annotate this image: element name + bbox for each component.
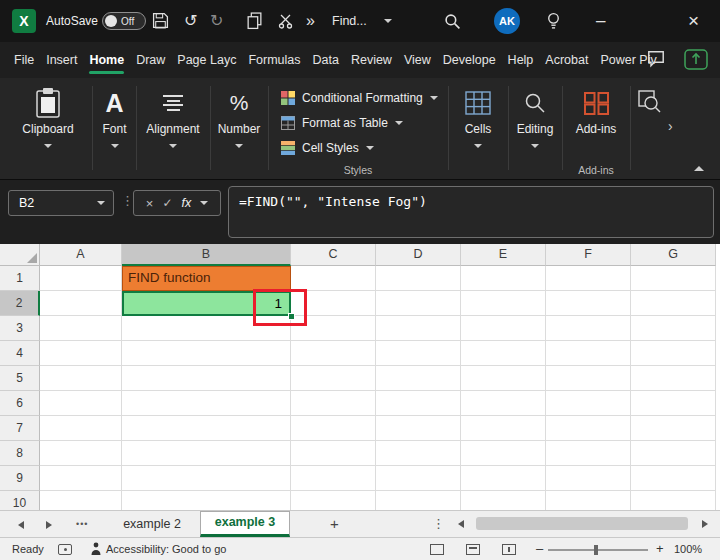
addins-group[interactable]: Add-ins Add-ins xyxy=(563,78,629,180)
minimize-button[interactable]: – xyxy=(596,0,605,42)
new-sheet-button[interactable]: + xyxy=(330,511,339,537)
column-header-d[interactable]: D xyxy=(376,244,461,266)
row-header-5[interactable]: 5 xyxy=(0,366,40,391)
share-icon[interactable] xyxy=(684,49,708,74)
row-header-7[interactable]: 7 xyxy=(0,416,40,441)
copy-icon[interactable] xyxy=(246,12,263,34)
scrollbar-thumb[interactable] xyxy=(476,517,688,530)
cell-b1[interactable]: FIND function xyxy=(122,266,291,291)
excel-logo-icon: X xyxy=(12,9,36,33)
collapse-ribbon-chevron-up-icon[interactable] xyxy=(694,166,704,171)
tab-acrobat[interactable]: Acrobat xyxy=(539,42,594,78)
tab-home[interactable]: Home xyxy=(83,42,130,78)
row-header-9[interactable]: 9 xyxy=(0,466,40,491)
search-icon[interactable] xyxy=(444,13,461,34)
find-dropdown[interactable]: Find... xyxy=(332,0,367,42)
row-header-2[interactable]: 2 xyxy=(0,291,40,316)
analyze-data-icon[interactable] xyxy=(638,90,662,118)
zoom-slider-track[interactable] xyxy=(548,549,648,551)
enter-icon[interactable]: ✓ xyxy=(162,196,172,210)
cells-grid-icon xyxy=(449,86,507,120)
normal-view-icon[interactable] xyxy=(430,544,444,555)
chevron-down-icon xyxy=(111,144,119,148)
column-header-a[interactable]: A xyxy=(40,244,122,266)
tab-file[interactable]: File xyxy=(8,42,40,78)
all-sheets-dots[interactable]: ••• xyxy=(76,511,88,537)
tab-help[interactable]: Help xyxy=(502,42,540,78)
column-header-f[interactable]: F xyxy=(546,244,631,266)
undo-icon[interactable]: ↺ xyxy=(184,0,197,42)
tab-developer[interactable]: Develope xyxy=(437,42,502,78)
sheet-tab-example-2[interactable]: example 2 xyxy=(106,511,198,537)
zoom-out-button[interactable]: – xyxy=(536,538,543,560)
column-header-c[interactable]: C xyxy=(291,244,376,266)
save-icon[interactable] xyxy=(152,12,169,33)
tab-page-layout[interactable]: Page Layc xyxy=(171,42,242,78)
row-header-3[interactable]: 3 xyxy=(0,316,40,341)
row-header-6[interactable]: 6 xyxy=(0,391,40,416)
zoom-in-button[interactable]: + xyxy=(656,538,664,560)
number-group[interactable]: % Number xyxy=(211,78,267,180)
redo-icon[interactable]: ↻ xyxy=(210,0,223,42)
cell-styles-button[interactable]: Cell Styles xyxy=(281,138,374,158)
select-all-corner[interactable] xyxy=(0,244,40,266)
gridline xyxy=(40,465,716,466)
spreadsheet-grid: A B C D E F G 1 2 3 4 5 6 7 8 9 10 FIND … xyxy=(0,244,720,510)
tab-data[interactable]: Data xyxy=(307,42,345,78)
editing-icon xyxy=(509,86,561,120)
scroll-sheets-right-icon[interactable] xyxy=(46,521,52,529)
name-box[interactable]: B2 xyxy=(8,190,114,216)
autosave-state: Off xyxy=(121,16,134,27)
autosave-label: AutoSave xyxy=(46,0,98,42)
tab-draw[interactable]: Draw xyxy=(130,42,171,78)
tab-view[interactable]: View xyxy=(398,42,437,78)
scroll-right-icon[interactable] xyxy=(702,520,708,528)
column-header-e[interactable]: E xyxy=(461,244,546,266)
close-button[interactable]: × xyxy=(688,0,699,42)
horizontal-scrollbar[interactable] xyxy=(452,515,714,533)
macro-record-icon[interactable] xyxy=(58,544,72,555)
overflow-icon[interactable]: » xyxy=(306,0,315,42)
format-as-table-button[interactable]: Format as Table xyxy=(281,113,403,133)
font-label: Font xyxy=(93,122,136,136)
column-header-b[interactable]: B xyxy=(122,244,291,266)
alignment-group[interactable]: Alignment xyxy=(137,78,209,180)
insert-function-icon[interactable]: fx xyxy=(181,196,191,210)
cancel-icon[interactable]: × xyxy=(146,196,154,211)
lightbulb-icon[interactable] xyxy=(546,12,561,34)
row-header-4[interactable]: 4 xyxy=(0,341,40,366)
row-header-8[interactable]: 8 xyxy=(0,441,40,466)
zoom-level[interactable]: 100% xyxy=(674,538,702,560)
cell-styles-icon xyxy=(281,141,295,155)
comments-icon[interactable] xyxy=(646,49,666,73)
tab-insert[interactable]: Insert xyxy=(40,42,83,78)
cells-group[interactable]: Cells xyxy=(449,78,507,180)
font-group[interactable]: A Font xyxy=(93,78,136,180)
tab-formulas[interactable]: Formulas xyxy=(242,42,306,78)
cut-scissors-icon[interactable] xyxy=(278,13,294,33)
accessibility-status[interactable]: Accessibility: Good to go xyxy=(106,538,226,560)
page-layout-view-icon[interactable] xyxy=(466,544,480,555)
cell-styles-label: Cell Styles xyxy=(302,141,359,155)
scroll-left-icon[interactable] xyxy=(458,520,464,528)
sheet-tab-example-3-active[interactable]: example 3 xyxy=(200,511,290,537)
scroll-sheets-left-icon[interactable] xyxy=(18,521,24,529)
editing-group[interactable]: Editing xyxy=(509,78,561,180)
autosave-toggle[interactable]: Off xyxy=(102,12,146,30)
row-header-10[interactable]: 10 xyxy=(0,491,40,510)
ribbon-more-button[interactable]: › xyxy=(668,118,673,134)
chevron-down-icon xyxy=(395,121,403,125)
conditional-formatting-button[interactable]: Conditional Formatting xyxy=(281,88,438,108)
zoom-slider-thumb[interactable] xyxy=(594,545,598,555)
tab-bar-menu-dots[interactable]: ⋮ xyxy=(432,511,445,537)
clipboard-label: Clipboard xyxy=(6,122,90,136)
column-header-g[interactable]: G xyxy=(631,244,716,266)
page-break-view-icon[interactable] xyxy=(502,544,516,555)
styles-group: Conditional Formatting Format as Table C… xyxy=(269,78,447,180)
formula-input[interactable]: =FIND("", "Intense Fog") xyxy=(228,186,714,238)
account-avatar[interactable]: AK xyxy=(494,8,520,34)
row-header-1[interactable]: 1 xyxy=(0,266,40,291)
number-label: Number xyxy=(211,122,267,136)
clipboard-group[interactable]: Clipboard xyxy=(6,78,90,180)
tab-review[interactable]: Review xyxy=(345,42,398,78)
